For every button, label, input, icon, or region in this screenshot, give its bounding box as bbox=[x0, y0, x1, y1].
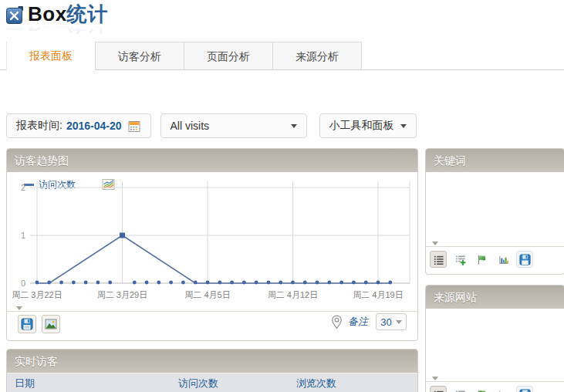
widgets-label: 小工具和面板 bbox=[329, 119, 394, 133]
list-plus-icon bbox=[454, 389, 466, 392]
flag-icon bbox=[476, 254, 488, 265]
app-title: Box统计 bbox=[28, 3, 108, 25]
chart-view-button[interactable] bbox=[495, 386, 512, 392]
export-icon bbox=[519, 254, 531, 265]
column-date[interactable]: 日期 bbox=[7, 377, 178, 390]
list-icon bbox=[433, 389, 444, 392]
list-icon bbox=[433, 254, 444, 265]
footer-divider bbox=[7, 311, 417, 312]
svg-text:周二 3月22日: 周二 3月22日 bbox=[12, 290, 62, 299]
export-data-button[interactable] bbox=[516, 386, 533, 392]
list-plus-icon bbox=[454, 254, 466, 265]
referrers-view-controls bbox=[430, 386, 533, 392]
chevron-down-icon bbox=[291, 124, 297, 128]
keywords-widget-title: 关键词 bbox=[426, 149, 564, 172]
export-data-button[interactable] bbox=[516, 251, 533, 268]
referrer-websites-widget: 来源网站 bbox=[425, 285, 564, 392]
svg-text:0: 0 bbox=[21, 279, 25, 288]
logo-reflection: Box统计 bbox=[6, 22, 108, 35]
goals-view-button[interactable] bbox=[473, 251, 490, 268]
svg-text:周二 4月5日: 周二 4月5日 bbox=[184, 290, 230, 299]
column-pageviews[interactable]: 浏览次数 bbox=[296, 377, 417, 390]
export-icon bbox=[519, 389, 531, 392]
date-picker-button[interactable]: 报表时间: 2016-04-20 bbox=[6, 113, 151, 138]
realtime-visitors-widget: 实时访客 日期 访问次数 浏览次数 bbox=[6, 349, 418, 392]
tab-referrers[interactable]: 来源分析 bbox=[273, 42, 362, 69]
footer-divider bbox=[426, 381, 564, 382]
export-data-button[interactable] bbox=[18, 315, 36, 333]
calendar-icon bbox=[128, 120, 141, 133]
chart-view-button[interactable] bbox=[495, 251, 512, 268]
chevron-down-icon bbox=[396, 320, 402, 324]
widget-more-icon[interactable] bbox=[16, 306, 22, 310]
tab-dashboard[interactable]: 报表面板 bbox=[6, 41, 96, 70]
visitor-trend-widget: 访客趋势图 访问次数 012周二 3月22日周二 3月29日周二 4月5日周二 … bbox=[6, 148, 418, 341]
image-icon bbox=[45, 318, 57, 330]
tab-visitors[interactable]: 访客分析 bbox=[96, 42, 184, 69]
widget-more-icon[interactable] bbox=[432, 242, 438, 245]
table-view-button[interactable] bbox=[430, 251, 447, 268]
goals-view-button[interactable] bbox=[473, 386, 490, 392]
rows-count-dropdown[interactable]: 30 bbox=[376, 313, 407, 330]
app-logo: Box统计 Box统计 bbox=[6, 3, 108, 35]
dashboard-page: Box统计 Box统计 报表面板 访客分析 页面分析 来源分析 报表时间: 20… bbox=[0, 0, 564, 392]
tab-pages[interactable]: 页面分析 bbox=[184, 42, 273, 69]
keywords-view-controls bbox=[430, 251, 533, 268]
svg-text:2: 2 bbox=[21, 183, 25, 192]
export-icon bbox=[21, 318, 33, 330]
table-view-button[interactable] bbox=[430, 386, 447, 392]
segment-value: All visits bbox=[171, 120, 210, 132]
logo-icon bbox=[6, 6, 23, 24]
referrers-widget-title: 来源网站 bbox=[426, 286, 564, 309]
footer-divider bbox=[426, 246, 564, 247]
chart-export-controls bbox=[18, 315, 60, 333]
svg-text:周二 4月12日: 周二 4月12日 bbox=[268, 290, 318, 299]
visitor-trend-chart[interactable]: 012周二 3月22日周二 3月29日周二 4月5日周二 4月12日周二 4月1… bbox=[7, 175, 417, 308]
annotations-link[interactable]: 备注 bbox=[348, 315, 368, 329]
flag-icon bbox=[476, 389, 488, 392]
svg-text:周二 3月29日: 周二 3月29日 bbox=[97, 290, 147, 299]
bar-chart-icon bbox=[498, 254, 509, 265]
chart-footer-right: 备注 30 bbox=[331, 313, 407, 330]
column-visits[interactable]: 访问次数 bbox=[178, 377, 296, 390]
main-nav-tabs: 报表面板 访客分析 页面分析 来源分析 bbox=[0, 42, 564, 70]
bar-chart-icon bbox=[498, 389, 509, 392]
filter-row: 报表时间: 2016-04-20 All visits 小工具和面板 bbox=[6, 113, 417, 138]
svg-text:周二 4月19日: 周二 4月19日 bbox=[353, 290, 403, 299]
realtime-table-header: 日期 访问次数 浏览次数 bbox=[7, 373, 417, 392]
trend-widget-title: 访客趋势图 bbox=[7, 149, 417, 172]
date-picker-value: 2016-04-20 bbox=[66, 120, 122, 132]
realtime-widget-title: 实时访客 bbox=[7, 350, 417, 373]
all-columns-view-button[interactable] bbox=[451, 251, 468, 268]
keywords-widget: 关键词 bbox=[425, 148, 564, 275]
svg-text:1: 1 bbox=[21, 231, 25, 240]
widget-more-icon[interactable] bbox=[432, 377, 438, 380]
date-picker-label: 报表时间: bbox=[16, 119, 62, 133]
widgets-dashboard-button[interactable]: 小工具和面板 bbox=[319, 113, 417, 138]
rows-count-value: 30 bbox=[380, 316, 391, 328]
segment-selector[interactable]: All visits bbox=[160, 113, 307, 138]
chevron-down-icon bbox=[400, 124, 407, 128]
export-image-button[interactable] bbox=[42, 315, 60, 333]
annotation-pin-icon[interactable] bbox=[331, 315, 343, 329]
all-columns-view-button[interactable] bbox=[451, 386, 468, 392]
